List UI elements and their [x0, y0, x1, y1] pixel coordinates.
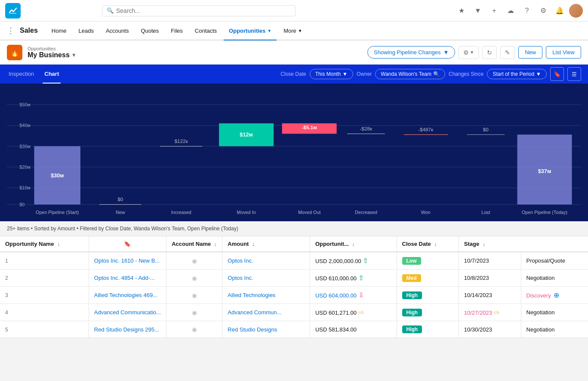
- add-button[interactable]: +: [487, 4, 501, 18]
- bookmark-icon[interactable]: ◉: [192, 326, 197, 333]
- col-account-name[interactable]: Account Name ↓: [166, 236, 222, 252]
- svg-text:Open Pipeline (Today): Open Pipeline (Today): [522, 210, 567, 215]
- new-button[interactable]: New: [518, 46, 542, 59]
- opportunity-link[interactable]: Advanced Communicatio...: [94, 309, 161, 316]
- amount-value: USD 610,000.00: [315, 275, 357, 282]
- bookmark-cell[interactable]: ◉: [166, 287, 222, 304]
- priority-badge: High: [402, 309, 422, 316]
- avatar[interactable]: [569, 4, 583, 18]
- grid-icon[interactable]: ⋮: [7, 26, 15, 35]
- table-row: 5 Red Studio Designs 295... ◉ Red Studio…: [0, 321, 588, 338]
- list-view-button[interactable]: List View: [546, 46, 581, 59]
- nav-contacts[interactable]: Contacts: [190, 22, 222, 40]
- col-stage[interactable]: Stage ↓: [459, 236, 521, 252]
- settings-dropdown-button[interactable]: ⚙ ▼: [459, 46, 479, 59]
- help-button[interactable]: ?: [520, 4, 534, 18]
- opp-name-cell[interactable]: Allied Technologies 469...: [89, 287, 166, 304]
- bell-button[interactable]: 🔔: [553, 4, 566, 18]
- account-link[interactable]: Red Studio Designs: [228, 326, 277, 333]
- opp-name-cell[interactable]: Advanced Communicatio...: [89, 304, 166, 321]
- opp-name-cell[interactable]: Red Studio Designs 295...: [89, 321, 166, 338]
- breadcrumb: Opportunities: [28, 46, 77, 51]
- edit-button[interactable]: ✎: [500, 46, 515, 59]
- nav-home[interactable]: Home: [46, 22, 72, 40]
- tab-chart[interactable]: Chart: [43, 65, 61, 84]
- stage-warning: Discovery: [526, 292, 551, 299]
- account-link[interactable]: Optos Inc.: [228, 275, 253, 281]
- account-link[interactable]: Optos Inc.: [228, 257, 253, 264]
- date-value: 10/7/2023: [464, 257, 489, 264]
- nav-files[interactable]: Files: [166, 22, 188, 40]
- bookmark-cell[interactable]: ◉: [166, 304, 222, 321]
- amount-value: USD 2,000,000.00: [315, 258, 361, 264]
- stage-cell: Proposal/Quote: [521, 252, 588, 269]
- opportunity-link[interactable]: Allied Technologies 469...: [94, 292, 157, 298]
- settings-button[interactable]: ⚙: [536, 4, 550, 18]
- bookmark-icon[interactable]: ◉: [192, 292, 197, 299]
- account-name-cell[interactable]: Allied Technologies: [222, 287, 310, 304]
- bookmark-tab-button[interactable]: 🔖: [550, 67, 564, 81]
- refresh-button[interactable]: ↻: [482, 46, 497, 59]
- col-bookmark: 🔖: [89, 236, 166, 252]
- opp-name-cell[interactable]: Optos Inc. 4854 - Add-...: [89, 269, 166, 287]
- nav-leads[interactable]: Leads: [74, 22, 99, 40]
- nav-accounts[interactable]: Accounts: [101, 22, 134, 40]
- account-name-cell[interactable]: Red Studio Designs: [222, 321, 310, 338]
- table-row: 4 Advanced Communicatio... ◉ Advanced Co…: [0, 304, 588, 321]
- date-value: 10/8/2023: [464, 275, 489, 281]
- stage-cell: Negotiation: [521, 321, 588, 338]
- chevron-down-icon: ▼: [298, 28, 302, 33]
- sort-icon: ↓: [434, 241, 437, 247]
- opp-name-cell[interactable]: Optos Inc. 1610 - New B...: [89, 252, 166, 269]
- col-close-date[interactable]: Close Date ↓: [397, 236, 459, 252]
- bookmark-cell[interactable]: ◉: [166, 269, 222, 287]
- sort-icon: ↓: [483, 241, 486, 247]
- bookmark-icon[interactable]: ◉: [192, 309, 197, 316]
- tab-inspection[interactable]: Inspection: [7, 65, 36, 84]
- nav-more[interactable]: More ▼: [278, 22, 308, 40]
- waterfall-chart: $50м $40м $30м $20м $10м $0 $30м $0 $122…: [7, 92, 581, 217]
- col-opportunity-score[interactable]: Opportunit... ↓: [310, 236, 397, 252]
- account-link[interactable]: Advanced Commun...: [228, 309, 281, 316]
- stage-cell: Negotiation: [521, 304, 588, 321]
- chevron-down-icon[interactable]: ▼: [71, 52, 77, 58]
- opportunities-table: Opportunity Name ↓ 🔖 Account Name ↓ Amou…: [0, 236, 588, 338]
- account-name-cell[interactable]: Advanced Commun...: [222, 304, 310, 321]
- col-amount[interactable]: Amount ↓: [222, 236, 310, 252]
- cloud-button[interactable]: ☁: [504, 4, 517, 18]
- bookmark-icon[interactable]: ◉: [192, 275, 197, 282]
- filter-owner-button[interactable]: Wanda Wilson's Team 🔍: [375, 69, 445, 79]
- opportunity-link[interactable]: Optos Inc. 1610 - New B...: [94, 257, 160, 264]
- svg-rect-1: [9, 13, 16, 14]
- search-input[interactable]: [116, 7, 291, 14]
- page-title: My Business ▼: [28, 51, 77, 59]
- nav-quotes[interactable]: Quotes: [135, 22, 164, 40]
- account-name-cell[interactable]: Optos Inc.: [222, 252, 310, 269]
- col-opportunity-name[interactable]: Opportunity Name ↓: [0, 236, 89, 252]
- search-bar[interactable]: 🔍: [102, 5, 296, 16]
- account-name-cell[interactable]: Optos Inc.: [222, 269, 310, 287]
- bookmark-icon[interactable]: ◉: [192, 257, 197, 264]
- pipeline-button[interactable]: Showing Pipeline Changes ▼: [367, 46, 455, 59]
- amount-cell: USD 601,271.00 ⇨: [310, 304, 397, 321]
- account-link[interactable]: Allied Technologies: [228, 292, 275, 298]
- svg-text:$20м: $20м: [19, 164, 30, 170]
- nav-opportunities[interactable]: Opportunities ▼: [224, 22, 277, 40]
- date-value: 10/14/2023: [464, 292, 492, 298]
- svg-text:New: New: [116, 210, 125, 215]
- add-icon[interactable]: ⊕: [554, 291, 559, 299]
- bookmark-cell[interactable]: ◉: [166, 321, 222, 338]
- bookmark-cell[interactable]: ◉: [166, 252, 222, 269]
- arrow-up-icon: ⇧: [363, 257, 368, 264]
- opportunity-link[interactable]: Optos Inc. 4854 - Add-...: [94, 275, 155, 281]
- opportunity-link[interactable]: Red Studio Designs 295...: [94, 326, 159, 333]
- star-button[interactable]: ★: [455, 4, 468, 18]
- pipeline-label: Showing Pipeline Changes: [374, 49, 440, 56]
- star-dropdown-button[interactable]: ▼: [471, 4, 485, 18]
- menu-tab-button[interactable]: ☰: [567, 67, 581, 81]
- filter-close-date-button[interactable]: This Month ▼: [310, 69, 353, 79]
- filter-changes-button[interactable]: Start of the Period ▼: [487, 69, 547, 79]
- row-num-cell: 1: [0, 252, 89, 269]
- svg-text:Decreased: Decreased: [355, 210, 377, 215]
- row-number: 1: [5, 258, 8, 264]
